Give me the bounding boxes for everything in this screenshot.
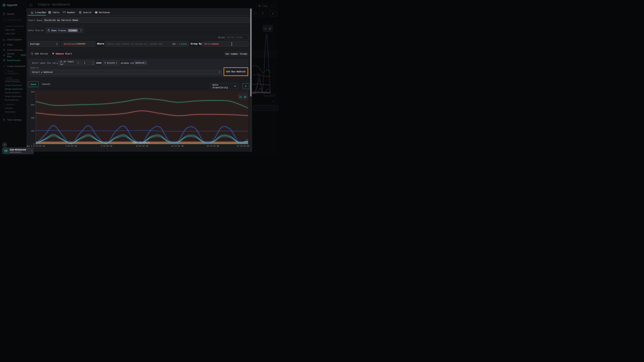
user-name: Dale McDiarmid [10, 149, 26, 151]
help-button[interactable]: ? [2, 142, 7, 147]
y-tick-label: 200 [27, 130, 34, 132]
x-tick-label: Nov 6 9:35:00 AM [27, 145, 45, 147]
x-tick-label: 10:05:00 AM [136, 145, 148, 147]
chart-type-toggle[interactable] [238, 93, 248, 100]
chart-canvas[interactable] [26, 8, 252, 152]
avatar: DM [4, 149, 8, 153]
x-tick-label: 9:45:00 AM [66, 145, 77, 147]
x-axis-labels: Nov 6 9:35:00 AM9:45:00 AM9:55:00 AM10:0… [26, 145, 250, 147]
x-tick-label: 10:25:00 AM [206, 145, 219, 147]
edit-chart-modal: Line/Bar Table 123 Number Search Markdow… [26, 8, 252, 152]
scrollbar-thumb[interactable] [250, 8, 252, 96]
alert-threshold-label: Alert Threshold [133, 142, 150, 144]
x-tick-label: 9:55:00 AM [101, 145, 112, 147]
x-tick-label: 10:15:00 AM [171, 145, 184, 147]
chart-series [36, 99, 248, 144]
chevron-right-icon: › [31, 150, 32, 152]
chart-ticks [35, 92, 248, 145]
active-tab-underline [28, 15, 46, 15]
user-card[interactable]: DM Dale McDiarmid demo-service - › [2, 147, 34, 154]
y-tick-label: 800 [27, 91, 34, 93]
x-tick-label: 10:35:00 AM [237, 145, 249, 147]
y-tick-label: 400 [27, 117, 34, 119]
y-tick-label: 600 [27, 104, 34, 106]
line-chart-icon [240, 95, 242, 98]
user-subtitle: demo-service - [10, 151, 26, 153]
app-root: HyperDX Search Saved Searches SAVED SEAR… [0, 0, 278, 157]
bar-chart-icon [244, 95, 246, 98]
